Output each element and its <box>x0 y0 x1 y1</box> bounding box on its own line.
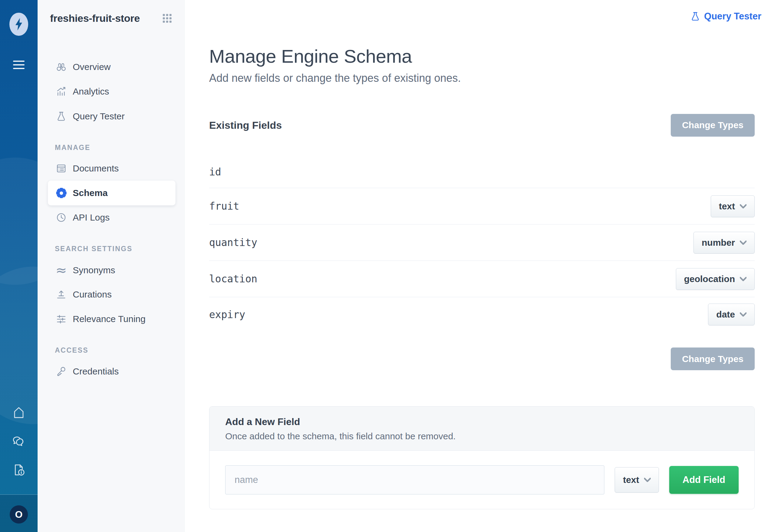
field-row-quantity: quantity number <box>209 225 755 261</box>
app-rail: O <box>0 0 38 532</box>
flask-icon <box>55 104 68 129</box>
field-type-dropdown[interactable]: date <box>708 303 755 325</box>
sidebar-item-label: Analytics <box>73 86 109 97</box>
chevron-down-icon <box>740 241 747 245</box>
gear-icon <box>55 181 68 206</box>
sidebar-item-label: Query Tester <box>73 111 125 122</box>
change-types-button-bottom[interactable]: Change Types <box>671 347 755 370</box>
sidebar-section-search-settings: SEARCH SETTINGS <box>55 244 133 253</box>
sidebar-item-curations[interactable]: Curations <box>38 282 184 307</box>
sidebar-item-label: Schema <box>73 188 108 198</box>
clock-icon <box>55 205 68 230</box>
field-type-value: text <box>719 201 735 212</box>
page-subtitle: Add new fields or change the types of ex… <box>209 72 755 85</box>
new-field-type-dropdown[interactable]: text <box>615 467 659 493</box>
sidebar-item-label: Curations <box>73 289 112 299</box>
sidebar-item-label: Synonyms <box>73 265 115 275</box>
field-type-dropdown[interactable]: geolocation <box>676 268 755 290</box>
app-window: O freshies-fruit-store Overview <box>0 0 765 532</box>
key-icon <box>55 359 68 384</box>
chevron-down-icon <box>740 277 747 281</box>
page-title: Manage Engine Schema <box>209 45 755 67</box>
sidebar-item-analytics[interactable]: Analytics <box>38 79 184 104</box>
field-table: id fruit text quantity number <box>209 156 755 332</box>
chat-bubbles-icon <box>12 434 26 448</box>
table-actions: Change Types <box>209 347 755 370</box>
change-types-button-top[interactable]: Change Types <box>671 114 755 137</box>
sidebar-item-relevance-tuning[interactable]: Relevance Tuning <box>38 306 184 331</box>
field-row-location: location geolocation <box>209 261 755 297</box>
sliders-icon <box>55 306 68 331</box>
sidebar-item-label: Documents <box>73 163 119 174</box>
chevron-down-icon <box>644 478 651 482</box>
rail-divider <box>0 494 38 495</box>
add-field-panel: Add a New Field Once added to the schema… <box>209 406 755 509</box>
sidebar-item-overview[interactable]: Overview <box>38 55 184 79</box>
app-logo[interactable] <box>9 13 28 36</box>
field-type-value: number <box>702 238 735 248</box>
sidebar-item-label: Credentials <box>73 366 119 376</box>
sidebar-section-manage: MANAGE <box>55 143 90 152</box>
engine-header: freshies-fruit-store <box>50 11 172 25</box>
support-chat-button[interactable] <box>0 434 38 448</box>
sidebar-item-schema[interactable]: Schema <box>48 181 176 206</box>
chevron-down-icon <box>740 312 747 316</box>
add-field-description: Once added to the schema, this field can… <box>225 431 739 441</box>
field-type-value: date <box>716 309 735 319</box>
field-name-input[interactable] <box>225 465 604 494</box>
documents-icon <box>55 156 68 181</box>
field-name: fruit <box>209 200 239 212</box>
user-avatar[interactable]: O <box>10 505 28 524</box>
field-row-id: id <box>209 156 755 188</box>
curations-icon <box>55 282 68 307</box>
lightning-bolt-icon <box>14 18 23 31</box>
sidebar-item-label: API Logs <box>73 213 110 223</box>
field-type-dropdown[interactable]: number <box>693 232 755 254</box>
field-type-dropdown[interactable]: text <box>711 196 755 217</box>
documentation-button[interactable] <box>0 463 38 477</box>
field-row-expiry: expiry date <box>209 297 755 332</box>
menu-icon[interactable] <box>13 61 25 72</box>
sidebar-item-documents[interactable]: Documents <box>38 156 184 181</box>
binoculars-icon <box>55 55 68 79</box>
home-icon <box>12 405 26 419</box>
analytics-icon <box>55 79 68 104</box>
main-content: Query Tester Manage Engine Schema Add ne… <box>185 0 765 532</box>
add-field-panel-header: Add a New Field Once added to the schema… <box>210 406 754 451</box>
existing-fields-header: Existing Fields Change Types <box>209 114 755 137</box>
new-field-type-value: text <box>623 475 639 485</box>
doc-info-icon <box>12 463 26 477</box>
field-name: expiry <box>209 309 245 320</box>
sidebar-section-access: ACCESS <box>55 346 89 355</box>
add-field-heading: Add a New Field <box>225 416 739 427</box>
sidebar-item-credentials[interactable]: Credentials <box>38 359 184 384</box>
engine-sidebar: freshies-fruit-store Overview <box>38 0 185 532</box>
engine-name: freshies-fruit-store <box>50 12 140 24</box>
add-field-form: text Add Field <box>210 451 754 509</box>
sidebar-item-query-tester[interactable]: Query Tester <box>38 104 184 129</box>
field-name: location <box>209 273 257 285</box>
add-field-button[interactable]: Add Field <box>669 466 739 494</box>
sidebar-item-label: Overview <box>73 62 111 72</box>
field-name: quantity <box>209 237 257 249</box>
chevron-down-icon <box>740 204 747 209</box>
field-row-fruit: fruit text <box>209 188 755 225</box>
engine-switcher-icon[interactable] <box>163 14 172 23</box>
sidebar-item-api-logs[interactable]: API Logs <box>38 205 184 230</box>
field-name: id <box>209 166 221 178</box>
sidebar-item-label: Relevance Tuning <box>73 314 146 324</box>
synonyms-icon: ≈ <box>55 258 68 283</box>
existing-fields-heading: Existing Fields <box>209 119 282 131</box>
field-type-value: geolocation <box>684 274 735 284</box>
sidebar-item-synonyms[interactable]: ≈ Synonyms <box>38 258 184 283</box>
schema-page: Manage Engine Schema Add new fields or c… <box>209 0 755 509</box>
home-button[interactable] <box>0 405 38 419</box>
